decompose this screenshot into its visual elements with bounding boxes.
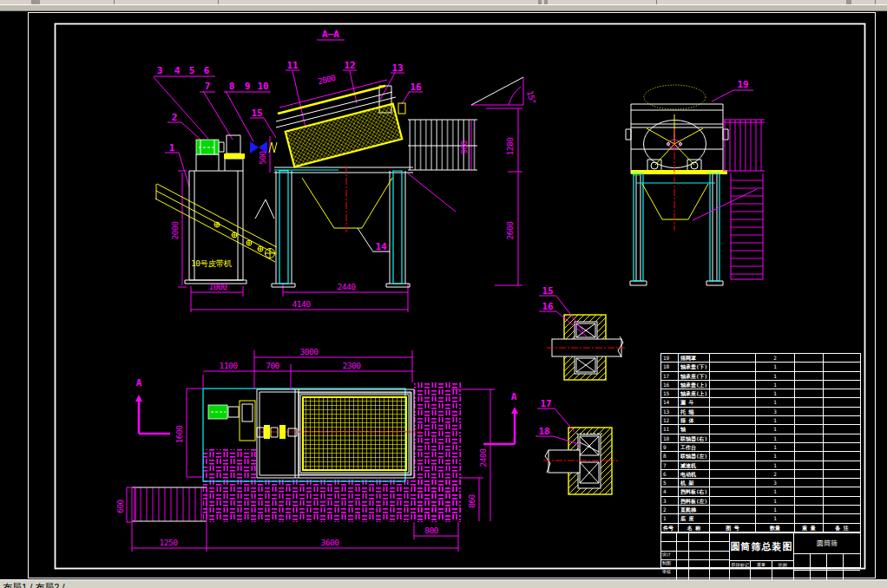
dim-2000: 2000 <box>170 221 180 240</box>
part-label-9: 9 <box>245 81 251 92</box>
signoff-check: 审核 <box>661 569 677 577</box>
plan-view <box>127 350 518 552</box>
part-label-16: 16 <box>410 82 422 93</box>
floor-hatch-left <box>203 449 258 522</box>
detail-label-18: 18 <box>538 426 549 437</box>
part-label-10: 10 <box>257 81 268 92</box>
bom-row-18: 18轴承盖(下)1 <box>661 363 860 371</box>
section-letter-right: A <box>511 391 517 402</box>
bearing-block-plan <box>279 425 286 439</box>
dim-600: 600 <box>115 499 125 513</box>
signoff-draft: 制图 <box>661 560 677 568</box>
bom-row-5: 5机 架3 <box>661 479 860 487</box>
bom-row-11: 11轴1 <box>661 425 860 434</box>
bom-row-19: 19筛网罩2 <box>661 354 860 363</box>
cad-application-window: A—A A A 10号皮带机 3 4 5 6 7 8 9 10 11 12 13… <box>0 0 887 588</box>
side-view <box>626 85 765 285</box>
bom-row-3: 3挡料板(左)1 <box>661 497 860 506</box>
dim-2600: 2600 <box>505 221 515 240</box>
dim-800: 800 <box>424 526 438 535</box>
part-label-13: 13 <box>391 62 403 74</box>
part-label-11: 11 <box>286 60 299 71</box>
dim-1600: 1600 <box>174 425 184 444</box>
title-block-signoff: 设计 制图 审核 工艺 <box>661 533 730 586</box>
title-block-center: 圆筒筛总装图 阶段标记 重量 比例 <box>730 533 794 586</box>
dim-3600: 3600 <box>321 538 340 547</box>
section-letter-left: A <box>136 377 142 389</box>
part-label-7: 7 <box>205 81 211 92</box>
bom-row-10: 10联轴器(右)1 <box>661 434 860 443</box>
dim-4140: 4140 <box>292 299 312 309</box>
stairs-side <box>731 173 763 279</box>
floor-hatch-right <box>414 382 461 522</box>
bom-row-14: 14漏 斗1 <box>661 398 860 407</box>
part-label-6: 6 <box>204 65 210 76</box>
drawing-title: 圆筒筛总装图 <box>730 533 793 561</box>
bom-header-qty: 数量 <box>756 524 795 532</box>
drawing-name: 圆筒筛 <box>794 533 860 554</box>
dim-1100: 1100 <box>220 361 239 370</box>
bearing-block-plan <box>264 425 270 439</box>
part-label-8: 8 <box>229 81 235 92</box>
bom-row-16: 16轴承盖(上)1 <box>661 381 860 389</box>
part-label-3: 3 <box>157 65 163 76</box>
detail-label-17: 17 <box>540 398 551 409</box>
part-label-5: 5 <box>189 65 195 76</box>
part-label-4: 4 <box>174 65 181 76</box>
bom-header-dwg: 图 号 <box>710 524 756 532</box>
signoff-design: 设计 <box>661 552 677 559</box>
layout-tabs-bar: 布局1 / 布局2 / <box>0 579 887 588</box>
stairs-plan <box>132 487 207 521</box>
bom-header-no: 件号 <box>661 524 679 532</box>
detail-bearing-lower <box>535 408 618 494</box>
bom-row-17: 17轴承座(下)1 <box>661 372 860 381</box>
gearbox-base <box>224 154 245 159</box>
part-label-15: 15 <box>251 108 262 119</box>
bom-row-9: 9工作台1 <box>661 443 860 452</box>
bom-row-6: 6电动机2 <box>661 470 860 479</box>
bom-row-4: 4挡料板(右)1 <box>661 487 860 496</box>
bom-header-name: 名 称 <box>679 524 710 532</box>
dim-1000: 1000 <box>209 282 228 291</box>
title-block-right: 圆筒筛 <box>794 533 860 586</box>
section-arrowhead <box>511 407 518 414</box>
dim-1280: 1280 <box>505 137 515 156</box>
drum-screen-front <box>286 104 402 167</box>
bom-header-note: 备 注 <box>824 524 860 532</box>
part-label-1: 1 <box>169 142 175 154</box>
bom-row-13: 13托 辊3 <box>661 408 860 416</box>
bom-row-8: 8联轴器(左)1 <box>661 452 860 461</box>
parts-list-table: 19筛网罩2 18轴承盖(下)1 17轴承座(下)1 16轴承盖(上)1 15轴… <box>660 353 861 568</box>
layout-tabs[interactable]: 布局1 / 布局2 / <box>3 581 65 588</box>
dim-900: 900 <box>459 140 469 154</box>
dim-860: 860 <box>467 493 476 507</box>
bom-header-row: 件号名 称图 号数量重 量备 注 <box>661 524 860 532</box>
part-label-2: 2 <box>172 112 178 123</box>
section-arrowhead <box>135 395 142 402</box>
title-block: 设计 制图 审核 工艺 圆筒筛总装图 阶段标记 重量 比例 圆筒筛 <box>661 532 860 586</box>
detail-label-15: 15 <box>542 285 553 297</box>
conveyor-label: 10号皮带机 <box>191 258 232 268</box>
part-label-12: 12 <box>344 60 355 71</box>
part-label-19: 19 <box>737 79 748 90</box>
dim-700: 700 <box>266 361 279 370</box>
bom-row-15: 15轴承座(上)1 <box>661 389 860 398</box>
conveyor-flange-bolts <box>214 222 275 258</box>
bom-header-weight: 重 量 <box>795 524 824 532</box>
dim-1250: 1250 <box>160 538 179 547</box>
bom-row-2: 2直爬梯1 <box>661 506 860 514</box>
drum-screen-plan <box>303 397 406 470</box>
dim-500: 500 <box>258 150 267 164</box>
platform-railing-side <box>723 120 765 171</box>
part-label-14: 14 <box>375 241 387 252</box>
dim-angle-15: 15° <box>525 89 538 105</box>
dim-3000: 3000 <box>300 347 319 356</box>
dim-2800: 2800 <box>317 72 338 86</box>
dim-2440: 2440 <box>338 282 357 291</box>
dim-2300: 2300 <box>343 361 362 370</box>
bom-row-1: 1底 座1 <box>661 514 860 523</box>
bom-row-7: 7减速机1 <box>661 461 860 470</box>
bom-row-12: 12筛 体1 <box>661 416 860 425</box>
detail-label-16: 16 <box>542 301 554 312</box>
dim-2400: 2400 <box>478 448 488 467</box>
